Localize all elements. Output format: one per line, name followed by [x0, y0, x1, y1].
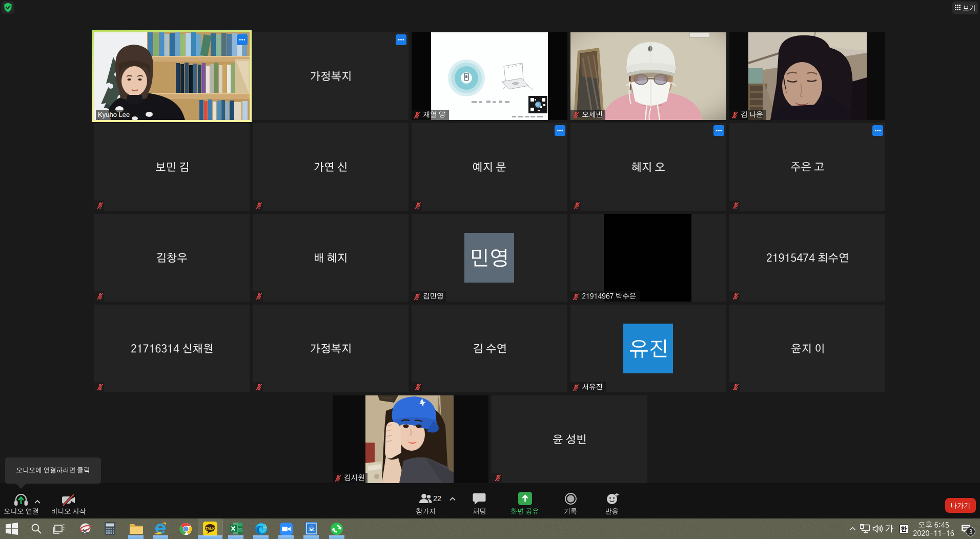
- svg-text:TALK: TALK: [206, 527, 215, 530]
